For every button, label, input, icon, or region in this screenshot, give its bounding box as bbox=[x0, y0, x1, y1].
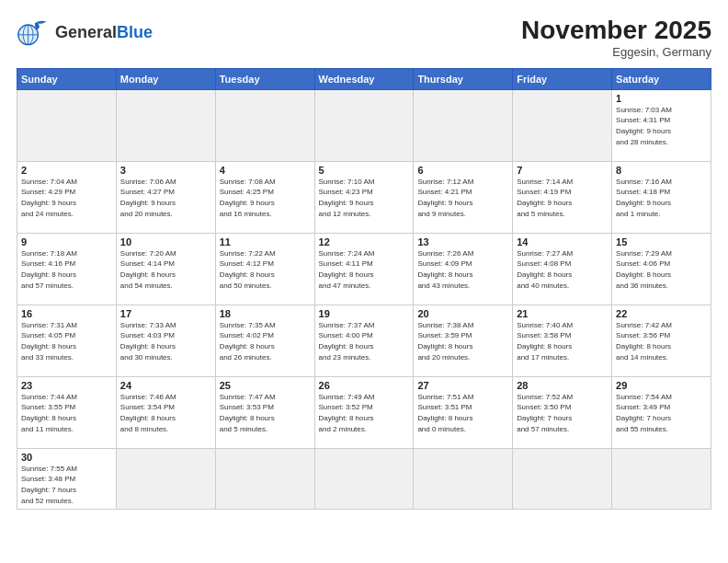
day-number: 19 bbox=[319, 308, 410, 319]
calendar-cell: 29Sunrise: 7:54 AM Sunset: 3:49 PM Dayli… bbox=[612, 376, 711, 448]
month-title: November 2025 bbox=[521, 17, 711, 45]
calendar-cell: 9Sunrise: 7:18 AM Sunset: 4:16 PM Daylig… bbox=[17, 233, 117, 304]
calendar-cell: 18Sunrise: 7:35 AM Sunset: 4:02 PM Dayli… bbox=[215, 304, 314, 376]
day-number: 3 bbox=[120, 165, 211, 176]
day-number: 9 bbox=[21, 236, 112, 247]
calendar-cell: 17Sunrise: 7:33 AM Sunset: 4:03 PM Dayli… bbox=[116, 304, 215, 376]
calendar-cell bbox=[612, 448, 711, 509]
day-info: Sunrise: 7:38 AM Sunset: 3:59 PM Dayligh… bbox=[417, 320, 508, 362]
title-block: November 2025 Eggesin, Germany bbox=[521, 17, 711, 59]
day-number: 12 bbox=[319, 236, 410, 247]
calendar-cell bbox=[116, 89, 215, 161]
calendar-cell: 27Sunrise: 7:51 AM Sunset: 3:51 PM Dayli… bbox=[414, 376, 513, 448]
weekday-header-wednesday: Wednesday bbox=[314, 68, 414, 89]
page: GeneralBlue November 2025 Eggesin, Germa… bbox=[0, 0, 728, 563]
calendar-cell bbox=[215, 89, 314, 161]
calendar-cell: 7Sunrise: 7:14 AM Sunset: 4:19 PM Daylig… bbox=[513, 161, 612, 233]
day-number: 7 bbox=[517, 165, 608, 176]
day-info: Sunrise: 7:44 AM Sunset: 3:55 PM Dayligh… bbox=[21, 392, 112, 434]
day-info: Sunrise: 7:52 AM Sunset: 3:50 PM Dayligh… bbox=[517, 392, 608, 434]
day-number: 10 bbox=[120, 236, 211, 247]
calendar-cell: 10Sunrise: 7:20 AM Sunset: 4:14 PM Dayli… bbox=[116, 233, 215, 304]
day-number: 23 bbox=[21, 380, 112, 391]
day-info: Sunrise: 7:27 AM Sunset: 4:08 PM Dayligh… bbox=[517, 248, 608, 291]
calendar-cell: 14Sunrise: 7:27 AM Sunset: 4:08 PM Dayli… bbox=[513, 233, 612, 304]
calendar-cell bbox=[116, 448, 215, 509]
header: GeneralBlue November 2025 Eggesin, Germa… bbox=[17, 17, 711, 59]
day-info: Sunrise: 7:40 AM Sunset: 3:58 PM Dayligh… bbox=[517, 320, 608, 362]
calendar-cell: 8Sunrise: 7:16 AM Sunset: 4:18 PM Daylig… bbox=[612, 161, 711, 233]
day-info: Sunrise: 7:16 AM Sunset: 4:18 PM Dayligh… bbox=[616, 177, 707, 219]
day-number: 30 bbox=[21, 452, 112, 463]
day-number: 6 bbox=[417, 165, 508, 176]
day-number: 21 bbox=[517, 308, 608, 319]
calendar-header-row: SundayMondayTuesdayWednesdayThursdayFrid… bbox=[17, 68, 711, 89]
calendar-cell: 4Sunrise: 7:08 AM Sunset: 4:25 PM Daylig… bbox=[215, 161, 314, 233]
day-number: 28 bbox=[517, 380, 608, 391]
day-number: 2 bbox=[21, 165, 112, 176]
logo-text: GeneralBlue bbox=[55, 24, 153, 42]
calendar-cell: 5Sunrise: 7:10 AM Sunset: 4:23 PM Daylig… bbox=[314, 161, 414, 233]
calendar-week-5: 23Sunrise: 7:44 AM Sunset: 3:55 PM Dayli… bbox=[17, 376, 711, 448]
generalblue-logo-icon bbox=[17, 17, 50, 50]
calendar-week-2: 2Sunrise: 7:04 AM Sunset: 4:29 PM Daylig… bbox=[17, 161, 711, 233]
day-info: Sunrise: 7:51 AM Sunset: 3:51 PM Dayligh… bbox=[417, 392, 508, 434]
day-info: Sunrise: 7:46 AM Sunset: 3:54 PM Dayligh… bbox=[120, 392, 211, 434]
day-number: 24 bbox=[120, 380, 211, 391]
calendar-cell bbox=[513, 89, 612, 161]
day-info: Sunrise: 7:35 AM Sunset: 4:02 PM Dayligh… bbox=[220, 320, 311, 362]
day-info: Sunrise: 7:55 AM Sunset: 3:48 PM Dayligh… bbox=[21, 464, 112, 506]
day-info: Sunrise: 7:18 AM Sunset: 4:16 PM Dayligh… bbox=[21, 248, 112, 291]
day-number: 8 bbox=[616, 165, 707, 176]
calendar-cell bbox=[414, 89, 513, 161]
calendar: SundayMondayTuesdayWednesdayThursdayFrid… bbox=[17, 68, 711, 510]
day-info: Sunrise: 7:29 AM Sunset: 4:06 PM Dayligh… bbox=[616, 248, 707, 291]
day-info: Sunrise: 7:47 AM Sunset: 3:53 PM Dayligh… bbox=[220, 392, 311, 434]
calendar-cell bbox=[215, 448, 314, 509]
day-number: 22 bbox=[616, 308, 707, 319]
day-info: Sunrise: 7:37 AM Sunset: 4:00 PM Dayligh… bbox=[319, 320, 410, 362]
day-number: 4 bbox=[220, 165, 311, 176]
calendar-cell bbox=[513, 448, 612, 509]
calendar-cell: 3Sunrise: 7:06 AM Sunset: 4:27 PM Daylig… bbox=[116, 161, 215, 233]
calendar-cell: 28Sunrise: 7:52 AM Sunset: 3:50 PM Dayli… bbox=[513, 376, 612, 448]
day-number: 27 bbox=[417, 380, 508, 391]
day-info: Sunrise: 7:22 AM Sunset: 4:12 PM Dayligh… bbox=[220, 248, 311, 291]
calendar-cell: 6Sunrise: 7:12 AM Sunset: 4:21 PM Daylig… bbox=[414, 161, 513, 233]
calendar-cell: 13Sunrise: 7:26 AM Sunset: 4:09 PM Dayli… bbox=[414, 233, 513, 304]
calendar-week-1: 1Sunrise: 7:03 AM Sunset: 4:31 PM Daylig… bbox=[17, 89, 711, 161]
calendar-cell: 23Sunrise: 7:44 AM Sunset: 3:55 PM Dayli… bbox=[17, 376, 117, 448]
calendar-cell bbox=[17, 89, 117, 161]
weekday-header-saturday: Saturday bbox=[612, 68, 711, 89]
day-number: 15 bbox=[616, 236, 707, 247]
day-number: 17 bbox=[120, 308, 211, 319]
calendar-cell: 2Sunrise: 7:04 AM Sunset: 4:29 PM Daylig… bbox=[17, 161, 117, 233]
day-info: Sunrise: 7:42 AM Sunset: 3:56 PM Dayligh… bbox=[616, 320, 707, 362]
calendar-cell: 20Sunrise: 7:38 AM Sunset: 3:59 PM Dayli… bbox=[414, 304, 513, 376]
calendar-cell: 25Sunrise: 7:47 AM Sunset: 3:53 PM Dayli… bbox=[215, 376, 314, 448]
logo-general: General bbox=[55, 23, 117, 41]
weekday-header-friday: Friday bbox=[513, 68, 612, 89]
weekday-header-sunday: Sunday bbox=[17, 68, 117, 89]
day-info: Sunrise: 7:33 AM Sunset: 4:03 PM Dayligh… bbox=[120, 320, 211, 362]
calendar-week-3: 9Sunrise: 7:18 AM Sunset: 4:16 PM Daylig… bbox=[17, 233, 711, 304]
logo-blue: Blue bbox=[117, 23, 153, 41]
calendar-cell: 26Sunrise: 7:49 AM Sunset: 3:52 PM Dayli… bbox=[314, 376, 414, 448]
logo: GeneralBlue bbox=[17, 17, 153, 50]
calendar-cell: 11Sunrise: 7:22 AM Sunset: 4:12 PM Dayli… bbox=[215, 233, 314, 304]
day-info: Sunrise: 7:14 AM Sunset: 4:19 PM Dayligh… bbox=[517, 177, 608, 219]
day-info: Sunrise: 7:10 AM Sunset: 4:23 PM Dayligh… bbox=[319, 177, 410, 219]
day-number: 25 bbox=[220, 380, 311, 391]
calendar-cell: 21Sunrise: 7:40 AM Sunset: 3:58 PM Dayli… bbox=[513, 304, 612, 376]
weekday-header-thursday: Thursday bbox=[414, 68, 513, 89]
calendar-cell: 22Sunrise: 7:42 AM Sunset: 3:56 PM Dayli… bbox=[612, 304, 711, 376]
weekday-header-monday: Monday bbox=[116, 68, 215, 89]
day-number: 26 bbox=[319, 380, 410, 391]
calendar-cell bbox=[414, 448, 513, 509]
day-info: Sunrise: 7:49 AM Sunset: 3:52 PM Dayligh… bbox=[319, 392, 410, 434]
day-number: 13 bbox=[417, 236, 508, 247]
day-info: Sunrise: 7:20 AM Sunset: 4:14 PM Dayligh… bbox=[120, 248, 211, 291]
calendar-week-6: 30Sunrise: 7:55 AM Sunset: 3:48 PM Dayli… bbox=[17, 448, 711, 509]
day-info: Sunrise: 7:04 AM Sunset: 4:29 PM Dayligh… bbox=[21, 177, 112, 219]
day-info: Sunrise: 7:12 AM Sunset: 4:21 PM Dayligh… bbox=[417, 177, 508, 219]
